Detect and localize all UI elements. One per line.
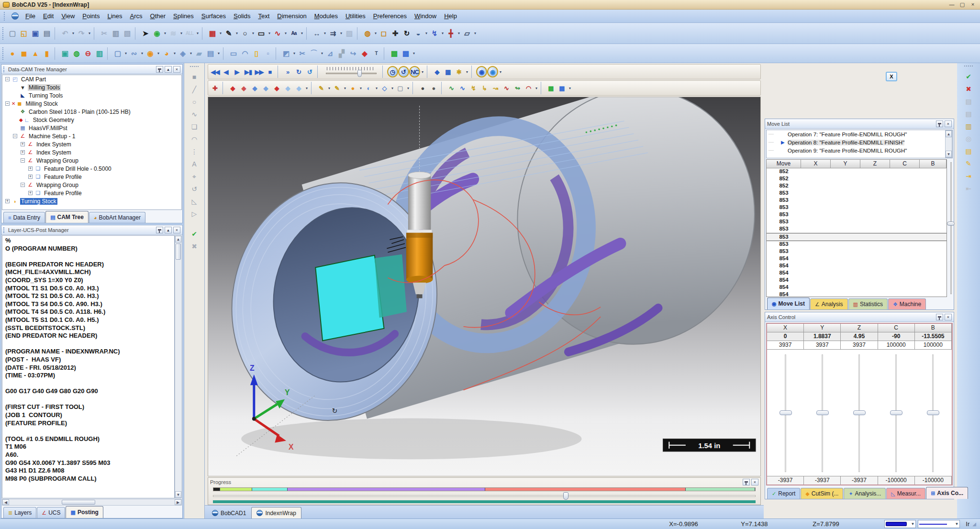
chevron-down-icon[interactable]: ▼ (955, 522, 958, 526)
trim-cut-icon[interactable]: ✂ (297, 47, 308, 60)
line-style-picker[interactable]: ▼ (918, 520, 960, 528)
translate-icon[interactable]: ◆ (359, 47, 370, 60)
sim-step-forward-icon[interactable]: ▶▮ (243, 66, 254, 77)
slider-track[interactable] (213, 495, 756, 497)
step-into-icon[interactable]: ⇥ (962, 170, 975, 182)
selection-filter-dropdown[interactable]: ▾ (179, 27, 184, 40)
solid-cone-icon[interactable]: ▲ (30, 47, 41, 60)
post-panel-titlebar[interactable]: Layer-UCS-Post Manager ▴ × (1, 225, 182, 235)
ucs-cross-icon[interactable]: ╋ (445, 27, 457, 40)
surface-from-solid-icon[interactable]: ▤ (205, 47, 216, 60)
new-file-icon[interactable]: ▢ (7, 27, 18, 40)
redo-icon[interactable]: ↷ (76, 27, 87, 40)
menu-solids[interactable]: Solids (230, 11, 254, 21)
sim-nc-mode-icon[interactable]: NC (409, 66, 420, 77)
move-row[interactable]: 853 (767, 241, 947, 248)
holder-display-dropdown[interactable]: ▾ (343, 82, 347, 94)
pin-icon[interactable] (156, 227, 163, 233)
close-icon[interactable]: × (173, 66, 180, 73)
visibility-toggle-icon[interactable]: ◉ (151, 27, 163, 40)
tree-expander[interactable]: + (21, 150, 25, 154)
fillet-arc-icon[interactable]: ⌒ (308, 47, 320, 60)
maximize-button[interactable]: ▢ (958, 1, 967, 8)
stock-blue-4-dropdown[interactable]: ▾ (304, 82, 309, 94)
stock-blue-4-icon[interactable]: ◆ (293, 82, 304, 94)
section-remove-icon[interactable]: ▩ (557, 82, 568, 94)
dimension-linear-dropdown[interactable]: ▾ (323, 27, 327, 40)
resize-grip[interactable]: ◢ (972, 521, 975, 527)
solid-cylinder-icon[interactable]: ▮ (41, 47, 53, 60)
rectangle-tool-icon[interactable]: ▭ (256, 27, 267, 40)
sim-fast-forward-icon[interactable]: » (282, 66, 293, 77)
tree-item[interactable]: ◣Turning Tools (2, 91, 181, 99)
stock-display-reset-icon[interactable]: ✚ (210, 82, 221, 94)
tab-cam-tree[interactable]: ▤CAM Tree (45, 211, 89, 223)
analyze-dropdown[interactable]: ▾ (440, 27, 445, 40)
surface-planar-dropdown[interactable]: ▾ (123, 47, 128, 60)
tab-measur-[interactable]: ◺Measur... (886, 488, 925, 499)
select-shapes-icon[interactable]: ▷ (188, 208, 201, 220)
stock-solid-red-icon[interactable]: ◆ (227, 82, 238, 94)
cam-tree-panel-titlebar[interactable]: Data-CAM Tree Manager ▴ × (1, 65, 182, 74)
tab-report[interactable]: ✓Report (767, 488, 800, 499)
solid-box-icon[interactable]: ◼ (18, 47, 30, 60)
tab-analysis-[interactable]: ✦Analysis... (844, 488, 886, 499)
move-list-slider[interactable] (947, 159, 953, 297)
shading-mode-icon[interactable]: ◒ (412, 27, 424, 40)
rectangle-tool-dropdown[interactable]: ▾ (267, 27, 272, 40)
sim-turn-mode-icon[interactable]: ↺ (398, 66, 409, 77)
axis-slider-y[interactable] (804, 350, 841, 476)
dimension-baseline-dropdown[interactable]: ▾ (339, 27, 344, 40)
tree-item[interactable]: +❏Feature Drill Hole - 0.5000 (2, 165, 181, 173)
surface-revolved-dropdown[interactable]: ▾ (156, 47, 161, 60)
menu-modules[interactable]: Modules (311, 11, 342, 21)
dimension-linear-icon[interactable]: ↔ (311, 27, 323, 40)
sim-play-icon[interactable]: ▶ (232, 66, 243, 77)
stock-blue-3-icon[interactable]: ◆ (282, 82, 293, 94)
boolean-union-icon[interactable]: ◍ (71, 47, 82, 60)
cut-icon[interactable]: ✂ (99, 27, 110, 40)
slider-thumb[interactable] (563, 492, 568, 500)
profile-rect-icon[interactable]: ▭ (228, 47, 239, 60)
move-list-titlebar[interactable]: Move List × (765, 119, 954, 129)
operation-row[interactable]: ┄┄▶Operation 8: "Feature Profile-ENDMILL… (767, 138, 952, 146)
move-row[interactable]: 853 (767, 248, 947, 255)
tab-axis-co-[interactable]: ⊞Axis Co... (926, 487, 968, 499)
surface-swept-dropdown[interactable]: ▾ (140, 47, 145, 60)
text-tool-dropdown[interactable]: ▾ (300, 27, 304, 40)
sim-nc-mode-dropdown[interactable]: ▾ (420, 66, 425, 78)
open-file-icon[interactable]: ◱ (18, 27, 30, 40)
holder-display-icon[interactable]: ✎ (332, 82, 343, 94)
move-row[interactable]: 852 (767, 168, 947, 176)
menu-help[interactable]: Help (440, 11, 461, 21)
close-icon[interactable]: × (945, 314, 952, 320)
target-part-icon[interactable]: ● (347, 82, 358, 94)
menu-utilities[interactable]: Utilities (342, 11, 369, 21)
fillet-arc-dropdown[interactable]: ▾ (320, 47, 324, 60)
nc-list-icon[interactable]: ▤ (962, 108, 975, 120)
operation-scrollbar[interactable]: ▲ ▼ (945, 130, 952, 158)
sim-world-2-dropdown[interactable]: ▾ (498, 66, 503, 78)
scroll-left-icon[interactable]: ◀ (2, 499, 9, 505)
current-move-row[interactable]: 853 (767, 233, 947, 241)
document-tab-indexnwrap[interactable]: IndexnWrap (251, 507, 301, 518)
move-row[interactable]: 854 (767, 270, 947, 277)
brush-icon[interactable]: ✎ (962, 157, 975, 170)
trim-corner-dropdown[interactable]: ▾ (292, 47, 297, 60)
select-points-icon[interactable]: ⋮ (188, 145, 201, 158)
close-icon[interactable]: × (173, 227, 180, 233)
menu-other[interactable]: Other (146, 11, 170, 21)
hatch-icon[interactable]: ▨ (344, 27, 355, 40)
select-circles-icon[interactable]: ○ (188, 96, 201, 108)
axis-slider-c[interactable] (878, 350, 915, 476)
select-dimensions-icon[interactable]: ⌖ (188, 170, 201, 183)
sim-stop-icon[interactable]: ■ (265, 66, 276, 77)
sketch-pen-icon[interactable]: ✎ (223, 27, 234, 40)
operation-row[interactable]: ┄┄Operation 7: "Feature Profile-ENDMILL … (767, 130, 952, 138)
profile-point-icon[interactable]: ▫ (262, 47, 274, 60)
select-text-icon[interactable]: A (188, 158, 201, 170)
progress-slider[interactable] (213, 492, 756, 500)
redo-dropdown[interactable]: ▾ (87, 27, 92, 40)
select-groups-icon[interactable]: ↺ (188, 183, 201, 195)
stock-solid-icon[interactable]: ▣ (59, 47, 71, 60)
